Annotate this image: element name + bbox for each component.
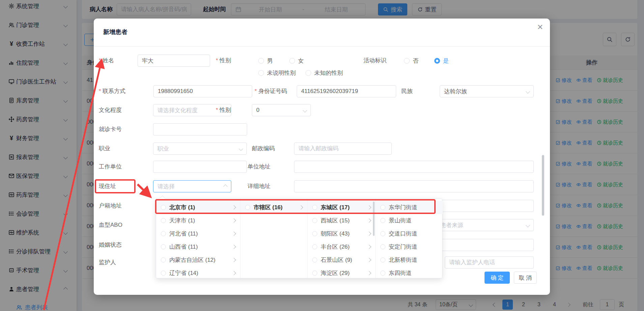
detail-address-input[interactable]	[294, 180, 534, 192]
radio-icon	[312, 244, 317, 249]
cascader-option[interactable]: 北新桥街道	[376, 253, 443, 267]
radio-icon	[312, 257, 317, 262]
cascader-option[interactable]: 朝阳区 (43)	[308, 227, 375, 240]
divider	[94, 46, 550, 46]
chevron-right-icon	[232, 258, 236, 262]
radio-icon	[161, 231, 166, 236]
cascader-option[interactable]: 东四街道	[376, 267, 443, 278]
cascader-column-4: 东华门街道景山街道交道口街道安定门街道北新桥街道东四街道	[376, 199, 443, 278]
cascader-option[interactable]: 山西省 (11)	[156, 240, 240, 253]
cascader-column-2: 市辖区 (16)	[240, 199, 308, 278]
chevron-right-icon	[367, 218, 371, 223]
screen: 系统管理门诊管理¥收费工作站住院管理门诊医生工作站库房管理药房管理¥财务管理报表…	[0, 0, 644, 311]
radio-icon	[161, 244, 166, 249]
gender-radio-male[interactable]: 男	[258, 55, 273, 67]
radio-icon	[245, 205, 250, 210]
marital-label: 婚姻状态	[99, 239, 122, 251]
chevron-down-icon	[526, 89, 530, 94]
radio-icon	[161, 218, 166, 223]
chevron-down-icon	[239, 147, 243, 151]
card-no-label: 就诊卡号	[99, 123, 122, 135]
radio-icon	[380, 231, 385, 236]
cascader-option[interactable]: 北京市 (1)	[156, 201, 240, 214]
cascader-option[interactable]: 东城区 (17)	[308, 201, 375, 214]
card-no-input[interactable]	[153, 123, 247, 135]
radio-icon	[380, 205, 385, 210]
chevron-right-icon	[232, 271, 236, 275]
current-address-cascader[interactable]: 请选择	[153, 180, 231, 192]
occupation-select[interactable]: 职业	[153, 143, 247, 155]
radio-icon	[312, 271, 317, 276]
cancel-button[interactable]: 取 消	[514, 272, 537, 284]
chevron-right-icon	[232, 231, 236, 236]
chevron-down-icon	[526, 223, 530, 227]
radio-icon	[161, 205, 166, 210]
contact-label: 联系方式	[99, 85, 125, 97]
name-input[interactable]	[138, 55, 210, 67]
cascader-option[interactable]: 西城区 (15)	[308, 214, 375, 227]
cascader-option[interactable]: 河北省 (11)	[156, 227, 240, 240]
ethnicity-label: 民族	[401, 85, 413, 97]
chevron-up-icon	[223, 184, 228, 189]
gender-radio-unknown[interactable]: 未知的性别	[305, 67, 343, 79]
chevron-right-icon	[232, 205, 236, 210]
chevron-right-icon	[367, 271, 371, 275]
unit-address-input[interactable]	[294, 161, 534, 173]
cascader-option[interactable]: 景山街道	[376, 214, 443, 227]
chevron-right-icon	[299, 205, 303, 210]
radio-icon	[380, 271, 385, 276]
postal-input[interactable]	[294, 143, 392, 155]
gender-label: 性别	[216, 55, 231, 67]
confirm-button[interactable]: 确 定	[485, 272, 510, 284]
cascader-option[interactable]: 天津市 (1)	[156, 214, 240, 227]
guardian-phone-input[interactable]	[445, 256, 534, 269]
cascader-option[interactable]: 石景山区 (9)	[308, 253, 375, 267]
radio-icon	[380, 244, 385, 249]
chevron-right-icon	[367, 258, 371, 262]
cascader-column-1: 北京市 (1)天津市 (1)河北省 (11)山西省 (11)内蒙古自治区 (12…	[156, 199, 240, 278]
cascader-option[interactable]: 安定门街道	[376, 240, 443, 253]
modal-scrollbar[interactable]	[542, 155, 544, 216]
id-number-input[interactable]	[297, 85, 396, 97]
radio-icon	[312, 231, 317, 236]
ethnicity-select[interactable]: 达斡尔族	[440, 85, 534, 97]
radio-icon	[312, 218, 317, 223]
occupation-label: 职业	[99, 143, 110, 155]
cascader-column-3: 东城区 (17)西城区 (15)朝阳区 (43)丰台区 (26)石景山区 (9)…	[308, 199, 376, 278]
radio-icon	[380, 218, 385, 223]
address-cascader-panel: 北京市 (1)天津市 (1)河北省 (11)山西省 (11)内蒙古自治区 (12…	[156, 198, 442, 278]
close-icon[interactable]: ✕	[535, 23, 545, 32]
gender2-label: 性别	[216, 104, 231, 116]
id-number-label: 身份证号码	[255, 85, 287, 97]
gender-radio-unstated[interactable]: 未说明性别	[258, 67, 296, 79]
cascader-option[interactable]: 辽宁省 (14)	[156, 267, 240, 278]
radio-icon	[161, 271, 166, 276]
active-flag-label: 活动标识	[363, 55, 386, 67]
modal-title: 新增患者	[103, 28, 127, 36]
blood-type-label: 血型ABO	[99, 219, 122, 231]
cascader-option[interactable]: 丰台区 (26)	[308, 240, 375, 253]
chevron-right-icon	[232, 245, 236, 249]
gender-radio-female[interactable]: 女	[289, 55, 304, 67]
chevron-right-icon	[232, 218, 236, 223]
unit-address-label: 单位地址	[247, 161, 270, 173]
cascader-option[interactable]: 市辖区 (16)	[240, 201, 307, 214]
detail-address-label: 详细地址	[247, 180, 270, 192]
cascader-option[interactable]: 交道口街道	[376, 227, 443, 240]
radio-icon	[380, 257, 385, 262]
chevron-right-icon	[367, 231, 371, 236]
radio-icon	[312, 205, 317, 210]
contact-input[interactable]	[153, 85, 252, 97]
cascader-option[interactable]: 东华门街道	[376, 201, 443, 214]
chevron-right-icon	[367, 245, 371, 249]
cascader-option[interactable]: 内蒙古自治区 (12)	[156, 253, 240, 267]
work-unit-input[interactable]	[153, 161, 247, 173]
gender2-select[interactable]: 0	[252, 104, 311, 116]
work-unit-label: 工作单位	[99, 161, 122, 173]
name-label: 姓名	[99, 55, 114, 67]
active-flag-radio-yes[interactable]: 是	[434, 55, 449, 67]
household-label: 户籍地址	[99, 200, 122, 212]
cascader-option[interactable]: 海淀区 (29)	[308, 267, 375, 278]
active-flag-radio-no[interactable]: 否	[404, 55, 418, 67]
column-scrollbar[interactable]	[373, 201, 375, 236]
